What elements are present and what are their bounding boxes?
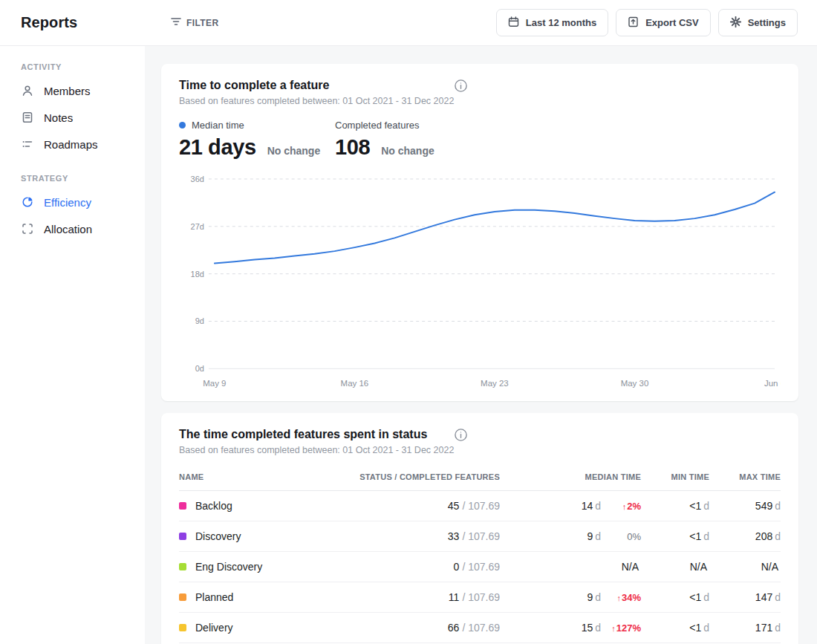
median-unit: d [595, 530, 601, 542]
card-subtitle: Based on features completed between: 01 … [179, 445, 454, 455]
completed-features-stat: Completed features 108 No change [335, 120, 491, 160]
median-value: 14 [582, 500, 593, 512]
filter-icon [171, 17, 181, 28]
min-value: N/A [690, 561, 707, 573]
allocation-icon [21, 222, 34, 235]
top-header: Reports FILTER Last 12 months Export CSV [0, 0, 817, 46]
min-unit: d [703, 622, 709, 634]
min-time-cell: <1d [641, 591, 709, 603]
median-value: 15 [582, 622, 593, 634]
status-name: Discovery [195, 530, 241, 542]
sidebar-item-notes[interactable]: Notes [0, 104, 145, 131]
export-csv-button[interactable]: Export CSV [616, 9, 711, 36]
features-count: 33 [448, 530, 460, 542]
main-content: Time to complete a feature Based on feat… [145, 46, 817, 644]
col-status-completed: STATUS / COMPLETED FEATURES [314, 472, 500, 481]
info-icon[interactable] [454, 428, 468, 442]
filter-button[interactable]: FILTER [171, 17, 219, 28]
max-unit: d [775, 622, 781, 634]
table-row[interactable]: Backlog 45/ 107.69 14d2% <1d 549d [179, 491, 781, 521]
status-name: Eng Discovery [195, 561, 262, 573]
person-icon [21, 84, 34, 97]
chart-area: 36d27d18d9d0dMay 9May 16May 23May 30Jun … [179, 169, 781, 391]
median-time-change: No change [267, 145, 321, 157]
svg-text:27d: 27d [191, 222, 204, 231]
sidebar-item-efficiency[interactable]: Efficiency [0, 189, 145, 215]
svg-text:0d: 0d [195, 364, 204, 373]
max-value: N/A [761, 561, 778, 573]
min-unit: d [703, 500, 709, 512]
status-color-swatch [179, 593, 186, 601]
max-value: 208 [755, 530, 772, 542]
sidebar-item-label: Roadmaps [44, 138, 98, 151]
svg-text:9d: 9d [195, 316, 204, 325]
median-value: 9 [587, 530, 593, 542]
pie-chart-icon [21, 195, 34, 209]
max-time-cell: 208d [709, 530, 781, 542]
max-time-cell: N/A [709, 561, 781, 573]
sidebar-item-label: Efficiency [44, 196, 91, 209]
median-value: 9 [587, 591, 593, 603]
settings-label: Settings [748, 17, 786, 28]
completed-features-cell: 0/ 107.69 [314, 561, 500, 573]
min-value: <1 [689, 622, 701, 634]
table-row[interactable]: Eng Discovery 0/ 107.69 N/A N/A N/A [179, 552, 781, 582]
svg-text:Jun 6: Jun 6 [764, 379, 781, 388]
min-value: <1 [689, 530, 701, 542]
median-unit: d [595, 591, 601, 603]
export-icon [628, 16, 639, 30]
completed-features-cell: 45/ 107.69 [314, 500, 500, 512]
median-time-cell: 15d127% [500, 622, 641, 634]
sidebar-item-roadmaps[interactable]: Roadmaps [0, 131, 145, 157]
features-total: / 107.69 [462, 500, 500, 512]
sidebar-section-activity: ACTIVITY [0, 62, 145, 77]
features-total: / 107.69 [462, 622, 500, 634]
status-color-swatch [179, 563, 186, 570]
note-icon [21, 111, 34, 124]
table-row[interactable]: Planned 11/ 107.69 9d34% <1d 147d [179, 582, 781, 613]
max-time-cell: 171d [709, 622, 781, 634]
settings-button[interactable]: Settings [718, 9, 798, 36]
features-count: 66 [448, 622, 460, 634]
median-time-label: Median time [192, 120, 244, 131]
status-name: Backlog [195, 500, 232, 512]
card-title: Time to complete a feature [179, 79, 454, 92]
table-row[interactable]: Delivery 66/ 107.69 15d127% <1d 171d [179, 613, 781, 643]
median-time-cell: 9d0% [500, 530, 641, 542]
time-to-complete-card: Time to complete a feature Based on feat… [161, 64, 798, 401]
max-time-cell: 147d [709, 591, 781, 603]
status-color-swatch [179, 624, 186, 631]
sidebar-item-allocation[interactable]: Allocation [0, 215, 145, 242]
table-header-row: NAME STATUS / COMPLETED FEATURES MEDIAN … [179, 463, 781, 491]
date-range-button[interactable]: Last 12 months [496, 9, 608, 36]
features-count: 11 [449, 591, 460, 603]
completed-features-change: No change [381, 145, 434, 157]
completed-features-label: Completed features [335, 120, 419, 131]
median-time-value: 21 days [179, 135, 256, 160]
svg-text:May 23: May 23 [481, 379, 509, 388]
export-csv-label: Export CSV [645, 17, 699, 28]
features-total: / 107.69 [462, 530, 500, 542]
sidebar-item-members[interactable]: Members [0, 77, 145, 104]
info-icon[interactable] [454, 79, 468, 93]
col-max-time: MAX TIME [709, 472, 781, 481]
median-time-cell: 9d34% [500, 591, 641, 603]
median-time-chart: 36d27d18d9d0dMay 9May 16May 23May 30Jun … [179, 169, 781, 391]
calendar-icon [508, 16, 519, 30]
max-value: 147 [755, 591, 772, 603]
col-median-time: MEDIAN TIME [500, 472, 641, 481]
median-unit: d [595, 500, 601, 512]
card-title: The time completed features spent in sta… [179, 428, 454, 441]
max-unit: d [775, 500, 781, 512]
sidebar-item-label: Notes [44, 111, 73, 124]
status-time-card: The time completed features spent in sta… [161, 413, 798, 644]
status-table: NAME STATUS / COMPLETED FEATURES MEDIAN … [179, 463, 781, 643]
median-unit: d [595, 622, 601, 634]
svg-text:May 30: May 30 [621, 379, 649, 388]
change-badge: 2% [601, 501, 641, 512]
min-time-cell: <1d [641, 530, 709, 542]
svg-text:May 9: May 9 [203, 379, 226, 388]
features-total: / 107.69 [462, 591, 500, 603]
status-name: Delivery [195, 622, 233, 634]
table-row[interactable]: Discovery 33/ 107.69 9d0% <1d 208d [179, 521, 781, 552]
